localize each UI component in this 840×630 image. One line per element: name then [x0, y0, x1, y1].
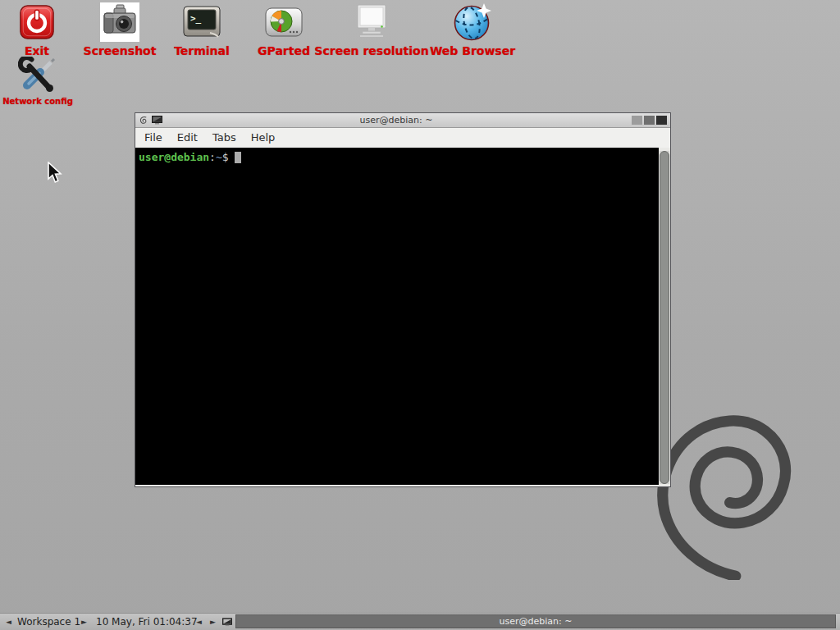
screenshot-icon-box — [100, 2, 139, 43]
icon-label-network-config: Network config — [2, 98, 73, 106]
icon-label-screen-resolution: Screen resolution — [314, 45, 428, 57]
task-monitor-icon — [222, 618, 232, 627]
terminal-icon-box: >_ — [183, 2, 221, 43]
minimize-button[interactable] — [632, 116, 642, 125]
terminal-window: user@debian: ~ File Edit Tabs Help user@… — [135, 112, 671, 487]
web-browser-icon-box — [453, 2, 492, 43]
window-titlebar[interactable]: user@debian: ~ — [135, 113, 670, 128]
monitor-icon — [352, 4, 391, 40]
prompt-symbol: $ — [222, 151, 229, 163]
prompt-path: ~ — [216, 151, 222, 163]
network-config-icon-box — [18, 56, 57, 95]
desktop-icon-network-config[interactable]: Network config — [0, 56, 75, 106]
icon-label-exit: Exit — [25, 45, 49, 57]
titlebar-icons — [139, 116, 162, 126]
terminal-scrollbar[interactable] — [660, 151, 669, 484]
screen-resolution-icon-box — [352, 2, 391, 43]
svg-text:>_: >_ — [190, 13, 202, 24]
window-terminal-icon — [152, 116, 162, 125]
task-scroll-next-button[interactable]: ► — [210, 614, 216, 630]
terminal-content-area: user@debian:~$ — [135, 148, 670, 486]
task-title: user@debian: ~ — [500, 616, 573, 627]
desktop: Exit Screenshot — [0, 0, 840, 630]
icon-label-terminal: Terminal — [174, 45, 230, 57]
menu-help[interactable]: Help — [244, 128, 283, 148]
close-button[interactable] — [656, 116, 667, 125]
menu-file[interactable]: File — [137, 128, 170, 148]
window-menubar: File Edit Tabs Help — [135, 128, 670, 148]
prompt-separator: : — [209, 151, 216, 163]
terminal-screen[interactable]: user@debian:~$ — [135, 148, 659, 485]
clock[interactable]: 10 May, Fri 01:04:37 — [96, 614, 198, 630]
debian-swirl-watermark — [650, 412, 796, 580]
taskbar: ◄ Workspace 1 ► 10 May, Fri 01:04:37 ◄ ►… — [0, 613, 840, 630]
task-window-icon — [222, 614, 232, 630]
window-title: user@debian: ~ — [162, 116, 630, 125]
icon-label-gparted: GParted — [258, 45, 310, 57]
desktop-icon-exit[interactable]: Exit — [0, 2, 74, 57]
exit-icon-box — [20, 2, 54, 43]
workspace-label[interactable]: Workspace 1 — [17, 614, 80, 630]
globe-browser-icon — [453, 2, 492, 42]
icon-label-web-browser: Web Browser — [430, 45, 515, 57]
workspace-prev-button[interactable]: ◄ — [6, 614, 11, 630]
power-exit-icon — [20, 5, 54, 39]
camera-icon — [100, 2, 139, 42]
debian-swirl-icon — [139, 116, 148, 126]
taskbar-task-terminal[interactable]: user@debian: ~ — [235, 614, 836, 628]
shell-prompt: user@debian:~$ — [139, 151, 659, 164]
maximize-button[interactable] — [644, 116, 655, 125]
icon-label-screenshot: Screenshot — [84, 45, 157, 57]
desktop-icon-screen-resolution[interactable]: Screen resolution — [314, 2, 429, 57]
gparted-icon-box — [265, 2, 303, 43]
task-scroll-prev-button[interactable]: ◄ — [196, 614, 202, 630]
mouse-cursor — [47, 162, 63, 185]
scrollbar-thumb[interactable] — [660, 151, 669, 484]
desktop-icon-terminal[interactable]: >_ Terminal — [157, 2, 247, 57]
prompt-user-host: user@debian — [139, 151, 209, 163]
workspace-next-button[interactable]: ► — [81, 614, 87, 630]
terminal-cursor — [235, 152, 241, 163]
desktop-icon-screenshot[interactable]: Screenshot — [75, 2, 165, 57]
crt-terminal-icon: >_ — [183, 6, 221, 39]
disk-partition-icon — [265, 6, 303, 39]
tools-icon — [18, 57, 57, 94]
desktop-icon-web-browser[interactable]: Web Browser — [423, 2, 522, 57]
menu-tabs[interactable]: Tabs — [205, 128, 244, 148]
menu-edit[interactable]: Edit — [170, 128, 205, 148]
